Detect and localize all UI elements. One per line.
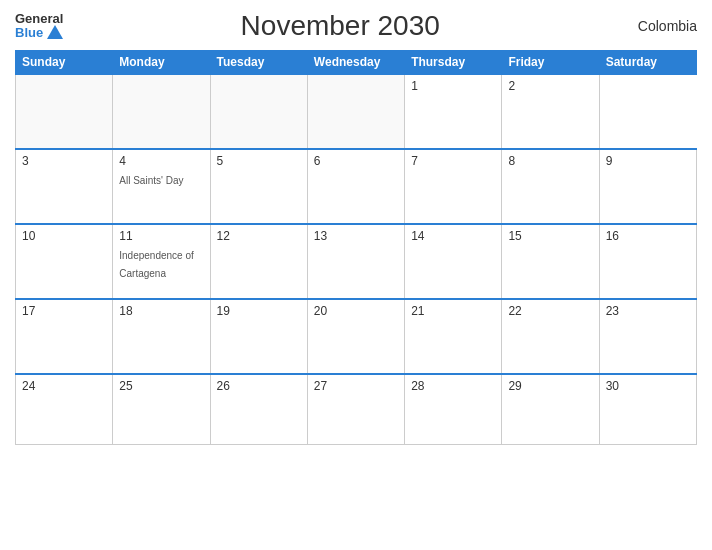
day-number: 8 (508, 154, 592, 168)
day-number: 13 (314, 229, 398, 243)
country-label: Colombia (617, 18, 697, 34)
weekday-header-friday: Friday (502, 51, 599, 75)
calendar-row: 34All Saints' Day56789 (16, 149, 697, 224)
calendar-cell-empty (16, 74, 113, 149)
calendar-cell: 20 (307, 299, 404, 374)
day-number: 17 (22, 304, 106, 318)
day-number: 19 (217, 304, 301, 318)
calendar-cell: 12 (210, 224, 307, 299)
day-number: 20 (314, 304, 398, 318)
day-number: 2 (508, 79, 592, 93)
day-number: 1 (411, 79, 495, 93)
calendar-cell: 18 (113, 299, 210, 374)
calendar-cell: 28 (405, 374, 502, 444)
calendar-cell: 25 (113, 374, 210, 444)
calendar-cell: 26 (210, 374, 307, 444)
calendar-cell: 13 (307, 224, 404, 299)
calendar-cell-empty (113, 74, 210, 149)
day-number: 23 (606, 304, 690, 318)
day-number: 3 (22, 154, 106, 168)
day-number: 26 (217, 379, 301, 393)
calendar-row: 1011Independence of Cartagena1213141516 (16, 224, 697, 299)
logo-triangle-icon (47, 25, 63, 39)
calendar-event: Independence of Cartagena (119, 250, 194, 279)
calendar-cell: 30 (599, 374, 696, 444)
day-number: 16 (606, 229, 690, 243)
calendar-cell: 14 (405, 224, 502, 299)
calendar-row: 17181920212223 (16, 299, 697, 374)
logo-general-text: General (15, 12, 63, 25)
calendar-cell: 21 (405, 299, 502, 374)
calendar-cell-empty (210, 74, 307, 149)
weekday-header-saturday: Saturday (599, 51, 696, 75)
calendar-cell: 17 (16, 299, 113, 374)
calendar-cell: 22 (502, 299, 599, 374)
calendar-cell: 10 (16, 224, 113, 299)
calendar-event: All Saints' Day (119, 175, 183, 186)
day-number: 28 (411, 379, 495, 393)
calendar-cell: 11Independence of Cartagena (113, 224, 210, 299)
day-number: 30 (606, 379, 690, 393)
calendar-cell: 4All Saints' Day (113, 149, 210, 224)
calendar-cell: 29 (502, 374, 599, 444)
day-number: 25 (119, 379, 203, 393)
day-number: 5 (217, 154, 301, 168)
calendar-cell: 24 (16, 374, 113, 444)
weekday-header-monday: Monday (113, 51, 210, 75)
calendar-table: SundayMondayTuesdayWednesdayThursdayFrid… (15, 50, 697, 445)
day-number: 18 (119, 304, 203, 318)
day-number: 9 (606, 154, 690, 168)
calendar-cell: 2 (502, 74, 599, 149)
calendar-row: 12 (16, 74, 697, 149)
calendar-cell: 9 (599, 149, 696, 224)
day-number: 15 (508, 229, 592, 243)
calendar-cell: 3 (16, 149, 113, 224)
calendar-cell: 6 (307, 149, 404, 224)
day-number: 22 (508, 304, 592, 318)
calendar-cell: 19 (210, 299, 307, 374)
logo: General Blue (15, 12, 63, 41)
calendar-cell: 8 (502, 149, 599, 224)
day-number: 24 (22, 379, 106, 393)
day-number: 14 (411, 229, 495, 243)
day-number: 27 (314, 379, 398, 393)
weekday-header-wednesday: Wednesday (307, 51, 404, 75)
weekday-header-sunday: Sunday (16, 51, 113, 75)
day-number: 11 (119, 229, 203, 243)
calendar-header: General Blue November 2030 Colombia (15, 10, 697, 42)
weekday-header-row: SundayMondayTuesdayWednesdayThursdayFrid… (16, 51, 697, 75)
logo-blue-text: Blue (15, 26, 43, 39)
calendar-cell: 1 (405, 74, 502, 149)
day-number: 7 (411, 154, 495, 168)
day-number: 4 (119, 154, 203, 168)
month-title: November 2030 (63, 10, 617, 42)
day-number: 6 (314, 154, 398, 168)
weekday-header-thursday: Thursday (405, 51, 502, 75)
calendar-page: General Blue November 2030 Colombia Sund… (0, 0, 712, 550)
calendar-cell: 7 (405, 149, 502, 224)
day-number: 29 (508, 379, 592, 393)
calendar-cell-empty (307, 74, 404, 149)
day-number: 12 (217, 229, 301, 243)
calendar-cell: 5 (210, 149, 307, 224)
day-number: 10 (22, 229, 106, 243)
calendar-row: 24252627282930 (16, 374, 697, 444)
calendar-cell: 16 (599, 224, 696, 299)
weekday-header-tuesday: Tuesday (210, 51, 307, 75)
calendar-cell: 27 (307, 374, 404, 444)
calendar-cell: 15 (502, 224, 599, 299)
day-number: 21 (411, 304, 495, 318)
calendar-cell: 23 (599, 299, 696, 374)
